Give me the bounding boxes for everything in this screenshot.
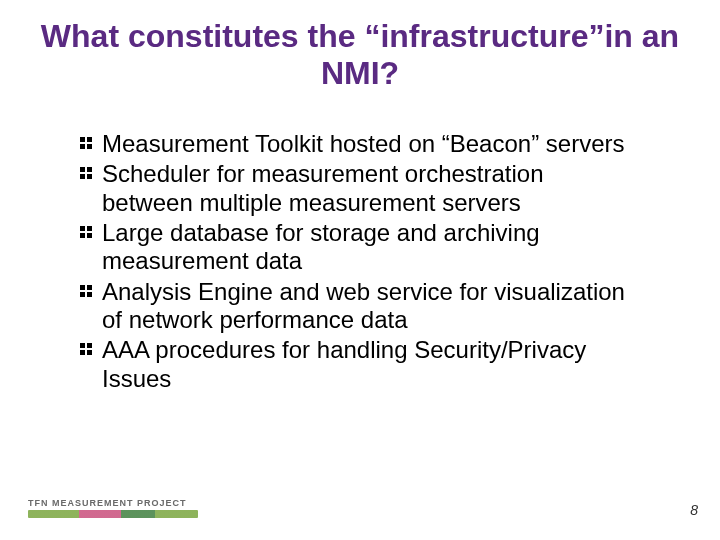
slide: What constitutes the “infrastructure”in … (0, 0, 720, 540)
grid-bullet-icon (80, 137, 94, 151)
bullet-text: AAA procedures for handling Security/Pri… (102, 336, 586, 391)
footer-color-strip-icon (28, 510, 198, 518)
list-item: Scheduler for measurement orchestration … (80, 160, 640, 217)
list-item: Measurement Toolkit hosted on “Beacon” s… (80, 130, 640, 158)
grid-bullet-icon (80, 226, 94, 240)
list-item: Large database for storage and archiving… (80, 219, 640, 276)
bullet-text: Analysis Engine and web service for visu… (102, 278, 625, 333)
footer-brand-text: TFN MEASUREMENT PROJECT (28, 498, 228, 508)
grid-bullet-icon (80, 167, 94, 181)
bullet-text: Large database for storage and archiving… (102, 219, 540, 274)
bullet-text: Measurement Toolkit hosted on “Beacon” s… (102, 130, 624, 157)
list-item: Analysis Engine and web service for visu… (80, 278, 640, 335)
page-number: 8 (690, 502, 698, 518)
footer-logo: TFN MEASUREMENT PROJECT (28, 498, 228, 518)
slide-body: Measurement Toolkit hosted on “Beacon” s… (80, 130, 640, 395)
list-item: AAA procedures for handling Security/Pri… (80, 336, 640, 393)
bullet-text: Scheduler for measurement orchestration … (102, 160, 544, 215)
slide-title: What constitutes the “infrastructure”in … (0, 18, 720, 92)
grid-bullet-icon (80, 285, 94, 299)
grid-bullet-icon (80, 343, 94, 357)
